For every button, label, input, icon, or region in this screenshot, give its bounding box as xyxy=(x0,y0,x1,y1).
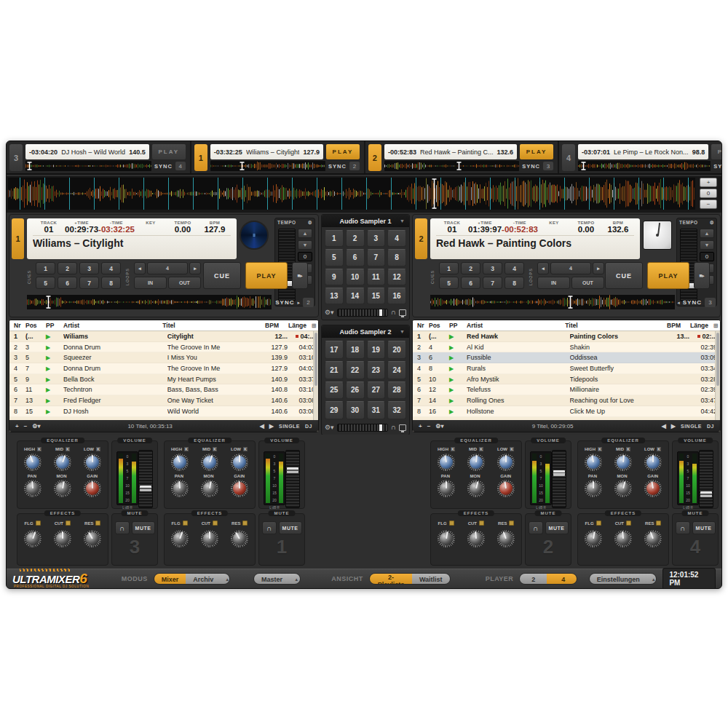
loop-in-button[interactable]: IN xyxy=(134,277,167,289)
waveform-zoom-out-button[interactable]: − xyxy=(700,199,717,209)
cue-pad[interactable]: 2 xyxy=(461,262,480,274)
headphones-icon[interactable]: ∩ xyxy=(391,424,396,431)
play-indicator-icon[interactable]: ▶ xyxy=(46,397,50,404)
sampler-pad[interactable]: 6 xyxy=(346,249,365,266)
pan-knob[interactable] xyxy=(585,480,602,497)
channel-volume-fader[interactable] xyxy=(138,450,153,508)
play-indicator-icon[interactable]: ▶ xyxy=(46,365,50,372)
sampler-gear-icon[interactable]: ⚙▾ xyxy=(325,424,334,431)
playlist-row[interactable]: 6 12 ▶ Telefuss Millionaire 02:39 xyxy=(413,384,720,395)
monitor-icon[interactable] xyxy=(399,424,406,431)
cue-pad[interactable]: 7 xyxy=(79,277,99,289)
cue-pad[interactable]: 8 xyxy=(505,277,524,289)
cue-pad[interactable]: 2 xyxy=(58,262,77,274)
eq-kill-mid-button[interactable]: K xyxy=(478,446,484,452)
flanger-knob[interactable] xyxy=(24,530,41,547)
headphones-icon[interactable]: ∩ xyxy=(391,309,396,316)
resonance-knob[interactable] xyxy=(497,530,515,547)
play-indicator-icon[interactable]: ▶ xyxy=(449,365,454,372)
loop-shorter-button[interactable]: ◂ xyxy=(537,262,549,274)
playlist-row[interactable]: 8 15 ▶ DJ Hosh Wild World 140.6 03:08 xyxy=(9,406,318,417)
deck-play-button[interactable]: PLAY xyxy=(711,144,722,159)
sampler-pad[interactable]: 18 xyxy=(346,341,365,359)
sampler-pad[interactable]: 27 xyxy=(367,381,386,400)
playlist-row[interactable]: 7 14 ▶ Rolling Ones Reaching out for Lov… xyxy=(413,395,720,406)
playlist-gear-icon[interactable]: ⚙▾ xyxy=(32,423,40,430)
sampler-pad[interactable]: 21 xyxy=(325,361,344,379)
two-player-button[interactable]: 2 xyxy=(520,574,547,585)
eq-kill-high-button[interactable]: K xyxy=(36,446,42,452)
player-1-sync-target[interactable]: 2 xyxy=(303,298,314,307)
waitlist-view-button[interactable]: Waitlist xyxy=(412,574,450,585)
four-player-button[interactable]: 4 xyxy=(547,574,577,585)
play-indicator-icon[interactable]: ▶ xyxy=(449,376,454,383)
loop-out-button[interactable]: OUT xyxy=(168,277,201,289)
sampler-pad[interactable]: 20 xyxy=(387,341,406,359)
cue-pad[interactable]: 5 xyxy=(36,277,55,289)
play-indicator-icon[interactable]: ▶ xyxy=(46,355,50,361)
play-indicator-icon[interactable]: ▶ xyxy=(449,397,454,404)
monitor-icon[interactable] xyxy=(399,309,406,316)
deck-sync-target[interactable]: 3 xyxy=(543,162,553,170)
waveform-zoom-in-button[interactable]: + xyxy=(700,178,717,187)
eq-kill-mid-button[interactable]: K xyxy=(212,446,218,452)
flanger-knob[interactable] xyxy=(171,530,189,547)
settings-dropdown-arrow[interactable]: ▲ xyxy=(647,574,657,585)
cutoff-knob[interactable] xyxy=(614,530,632,547)
mute-button[interactable]: MUTE xyxy=(692,521,716,534)
deck-mini-waveform[interactable] xyxy=(25,161,151,171)
loop-longer-button[interactable]: ▸ xyxy=(189,262,201,274)
eq-mid-knob[interactable] xyxy=(201,454,218,471)
flanger-knob[interactable] xyxy=(438,530,455,547)
deck-play-button[interactable]: PLAY xyxy=(326,144,360,159)
playlist-scrollbar[interactable] xyxy=(313,331,318,420)
player-2-waveform[interactable] xyxy=(430,295,675,309)
player-1-waveform[interactable] xyxy=(27,295,272,309)
eq-mid-knob[interactable] xyxy=(614,454,632,471)
eq-low-knob[interactable] xyxy=(84,454,101,471)
gain-knob[interactable] xyxy=(84,480,101,497)
skip-forward-icon[interactable]: ▶ xyxy=(269,423,274,430)
sampler-pad[interactable]: 26 xyxy=(346,381,365,400)
sampler-pad[interactable]: 12 xyxy=(387,269,406,285)
eq-kill-high-button[interactable]: K xyxy=(183,446,189,452)
deck-sync-target[interactable]: 2 xyxy=(349,162,360,170)
flanger-knob[interactable] xyxy=(585,530,602,547)
player-1-stop-icon[interactable]: ■▸ xyxy=(292,262,308,289)
playlist-row[interactable]: 5 9 ▶ Bella Bock My Heart Pumps 140.9 03… xyxy=(9,374,318,385)
pitch-up-button[interactable]: ▲ xyxy=(298,229,312,238)
pan-knob[interactable] xyxy=(438,480,455,497)
sampler-pad[interactable]: 13 xyxy=(325,288,344,304)
cutoff-knob[interactable] xyxy=(467,530,485,547)
cue-pad[interactable]: 1 xyxy=(36,262,55,274)
sampler-pad[interactable]: 9 xyxy=(325,269,344,285)
channel-volume-fader[interactable] xyxy=(285,450,300,508)
sampler-pad[interactable]: 1 xyxy=(325,230,344,247)
pitch-up-button[interactable]: ▲ xyxy=(700,229,714,238)
eq-low-knob[interactable] xyxy=(231,454,248,471)
archiv-mode-button[interactable]: Archiv xyxy=(186,574,221,585)
mute-button[interactable]: MUTE xyxy=(279,521,302,534)
playlist-row[interactable]: 2 4 ▶ Al Kid Shakin 02:39 xyxy=(413,342,720,353)
sampler-pad[interactable]: 10 xyxy=(346,269,365,285)
skip-back-icon[interactable]: ◀ xyxy=(260,423,264,430)
mute-button[interactable]: MUTE xyxy=(132,521,155,534)
eq-kill-mid-button[interactable]: K xyxy=(65,446,71,452)
eq-kill-low-button[interactable]: K xyxy=(95,446,101,452)
resonance-enable-button[interactable] xyxy=(509,521,514,526)
deck-sync-target[interactable]: 4 xyxy=(175,162,186,170)
cutoff-knob[interactable] xyxy=(54,530,71,547)
pitch-down-button[interactable]: ▼ xyxy=(298,240,312,250)
flanger-enable-button[interactable] xyxy=(183,521,188,526)
cue-pad[interactable]: 4 xyxy=(505,262,524,274)
sampler-pad[interactable]: 11 xyxy=(367,269,386,285)
pitch-down-button[interactable]: ▼ xyxy=(700,240,714,250)
deck-play-button[interactable]: PLAY xyxy=(152,144,186,159)
master-button[interactable]: Master xyxy=(254,574,290,585)
cue-pad[interactable]: 8 xyxy=(101,277,121,289)
pan-knob[interactable] xyxy=(171,480,189,497)
sampler-pad[interactable]: 2 xyxy=(346,230,365,247)
play-indicator-icon[interactable]: ▶ xyxy=(449,387,454,393)
eq-kill-high-button[interactable]: K xyxy=(597,446,603,452)
dj-mode-button[interactable]: DJ xyxy=(305,424,312,429)
